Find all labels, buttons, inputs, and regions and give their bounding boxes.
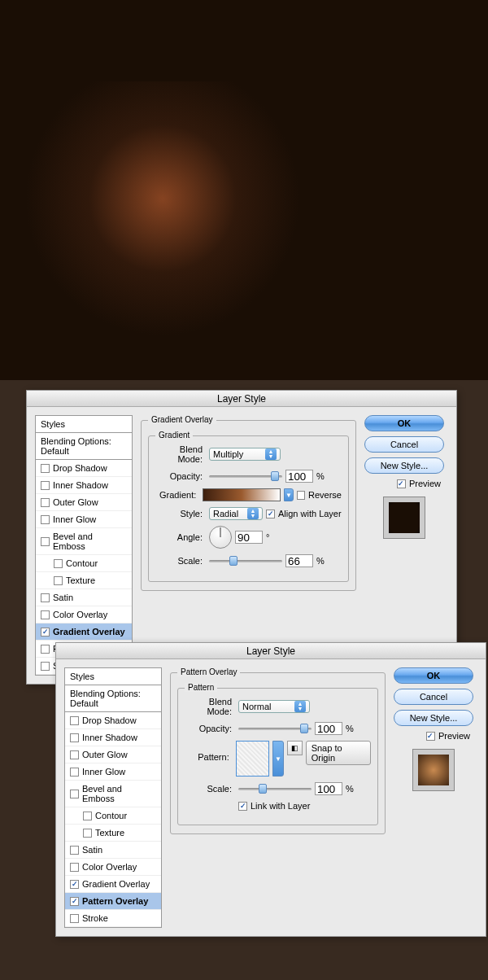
style-drop-shadow[interactable]: Drop Shadow xyxy=(65,712,161,729)
checkbox[interactable] xyxy=(41,645,50,654)
checkbox[interactable] xyxy=(41,537,50,546)
style-label: Stroke xyxy=(82,913,108,923)
snap-to-origin-button[interactable]: Snap to Origin xyxy=(306,741,371,765)
checkbox[interactable] xyxy=(54,576,63,585)
checkbox[interactable] xyxy=(41,481,50,490)
opacity-input[interactable] xyxy=(285,470,313,483)
blend-mode-select[interactable]: Multiply ▲▼ xyxy=(209,448,281,461)
checkbox[interactable] xyxy=(70,863,79,872)
scale-slider[interactable] xyxy=(238,783,312,794)
checkbox[interactable] xyxy=(41,593,50,602)
checkbox[interactable] xyxy=(70,733,79,742)
style-inner-glow[interactable]: Inner Glow xyxy=(36,511,132,528)
opacity-slider[interactable] xyxy=(209,470,282,482)
checkbox[interactable] xyxy=(70,897,79,906)
percent-label: % xyxy=(316,556,325,566)
blending-options[interactable]: Blending Options: Default xyxy=(65,685,161,712)
checkbox[interactable] xyxy=(41,628,50,637)
style-label: Satin xyxy=(53,593,73,602)
blend-mode-select[interactable]: Normal ▲▼ xyxy=(238,700,310,713)
preview-checkbox[interactable] xyxy=(426,732,435,741)
style-color-overlay[interactable]: Color Overlay xyxy=(65,859,161,876)
dialog-title[interactable]: Layer Style xyxy=(56,643,486,659)
angle-input[interactable] xyxy=(235,531,263,544)
cancel-button[interactable]: Cancel xyxy=(364,436,444,453)
checkbox[interactable] xyxy=(70,768,79,777)
style-stroke[interactable]: Stroke xyxy=(65,910,161,927)
checkbox[interactable] xyxy=(70,790,79,798)
checkbox[interactable] xyxy=(54,559,63,568)
style-outer-glow[interactable]: Outer Glow xyxy=(65,746,161,763)
style-label: Inner Shadow xyxy=(53,480,108,490)
pattern-dropdown-icon[interactable]: ▼ xyxy=(272,741,283,777)
new-style-button[interactable]: New Style... xyxy=(394,710,473,726)
style-type-label: Style: xyxy=(155,509,206,518)
style-pattern-overlay[interactable]: Pattern Overlay xyxy=(65,893,161,910)
layer-style-dialog-pattern: Layer Style Styles Blending Options: Def… xyxy=(55,642,486,937)
checkbox[interactable] xyxy=(70,846,79,855)
checkbox[interactable] xyxy=(70,750,79,759)
opacity-input[interactable] xyxy=(315,722,342,735)
opacity-slider[interactable] xyxy=(238,723,312,734)
style-label: Drop Shadow xyxy=(82,715,137,725)
checkbox[interactable] xyxy=(83,812,92,820)
dropdown-arrows-icon: ▲▼ xyxy=(294,701,306,712)
style-gradient-overlay[interactable]: Gradient Overlay xyxy=(36,623,132,641)
scale-label: Scale: xyxy=(185,784,235,794)
sub-panel-title: Gradient xyxy=(155,431,193,440)
styles-header[interactable]: Styles xyxy=(65,668,161,685)
new-preset-icon[interactable]: ◧ xyxy=(287,741,303,755)
style-label: Drop Shadow xyxy=(53,463,107,473)
checkbox[interactable] xyxy=(41,498,50,507)
style-inner-glow[interactable]: Inner Glow xyxy=(65,763,161,781)
gradient-swatch[interactable] xyxy=(203,488,281,501)
action-panel: OK Cancel New Style... Preview xyxy=(394,667,473,928)
style-gradient-overlay[interactable]: Gradient Overlay xyxy=(65,876,161,893)
scale-input[interactable] xyxy=(315,782,342,795)
style-bevel-emboss[interactable]: Bevel and Emboss xyxy=(65,781,161,807)
style-contour[interactable]: Contour xyxy=(65,807,161,825)
cancel-button[interactable]: Cancel xyxy=(394,689,473,705)
style-texture[interactable]: Texture xyxy=(65,825,161,842)
preview-label: Preview xyxy=(409,479,441,488)
style-texture[interactable]: Texture xyxy=(36,572,132,589)
checkbox[interactable] xyxy=(41,610,50,619)
pattern-swatch[interactable] xyxy=(236,741,270,777)
checkbox[interactable] xyxy=(41,464,50,473)
reverse-checkbox[interactable] xyxy=(297,491,305,500)
angle-dial[interactable] xyxy=(209,526,232,549)
style-label: Inner Shadow xyxy=(82,733,137,742)
style-satin[interactable]: Satin xyxy=(36,589,132,606)
style-outer-glow[interactable]: Outer Glow xyxy=(36,494,132,511)
style-drop-shadow[interactable]: Drop Shadow xyxy=(36,460,132,477)
checkbox[interactable] xyxy=(41,662,50,671)
layer-style-dialog-gradient: Layer Style Styles Blending Options: Def… xyxy=(26,390,457,685)
checkbox[interactable] xyxy=(70,914,79,923)
style-inner-shadow[interactable]: Inner Shadow xyxy=(36,477,132,494)
radial-glow xyxy=(8,81,317,342)
canvas-background xyxy=(0,0,488,380)
checkbox[interactable] xyxy=(70,716,79,725)
checkbox[interactable] xyxy=(70,880,79,889)
styles-header[interactable]: Styles xyxy=(36,416,132,433)
link-checkbox[interactable] xyxy=(238,802,247,811)
ok-button[interactable]: OK xyxy=(394,667,473,684)
style-color-overlay[interactable]: Color Overlay xyxy=(36,606,132,623)
style-satin[interactable]: Satin xyxy=(65,842,161,859)
preview-checkbox[interactable] xyxy=(397,479,406,488)
checkbox[interactable] xyxy=(83,829,92,838)
blending-options[interactable]: Blending Options: Default xyxy=(36,433,132,460)
grad-style-select[interactable]: Radial ▲▼ xyxy=(209,507,263,520)
blend-mode-label: Blend Mode: xyxy=(185,697,235,716)
scale-input[interactable] xyxy=(285,554,313,567)
style-contour[interactable]: Contour xyxy=(36,555,132,572)
ok-button[interactable]: OK xyxy=(364,415,444,431)
checkbox[interactable] xyxy=(41,515,50,524)
new-style-button[interactable]: New Style... xyxy=(364,457,444,474)
style-bevel-emboss[interactable]: Bevel and Emboss xyxy=(36,528,132,555)
align-checkbox[interactable] xyxy=(266,510,275,518)
scale-slider[interactable] xyxy=(209,555,282,567)
style-inner-shadow[interactable]: Inner Shadow xyxy=(65,729,161,746)
gradient-dropdown-icon[interactable]: ▼ xyxy=(284,488,294,501)
dialog-title[interactable]: Layer Style xyxy=(27,391,456,407)
